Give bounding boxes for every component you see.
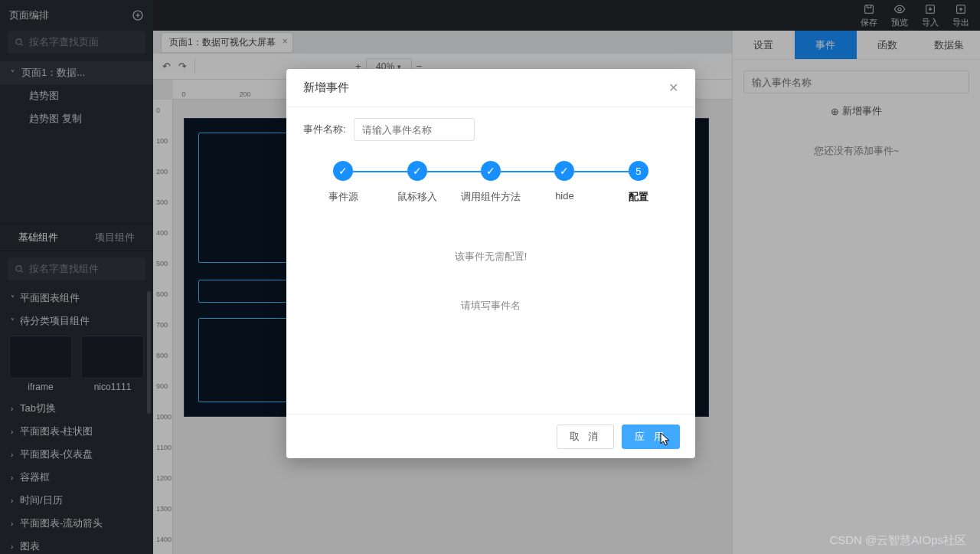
check-icon	[481, 161, 501, 181]
step[interactable]: 调用组件方法	[454, 161, 528, 204]
event-name-label: 事件名称:	[303, 123, 346, 136]
cancel-button[interactable]: 取 消	[557, 425, 615, 449]
modal-header: 新增事件 ✕	[286, 69, 695, 107]
step-number: 5	[629, 161, 648, 181]
close-icon[interactable]: ✕	[668, 80, 678, 95]
step-label: 事件源	[328, 190, 358, 204]
step-label: 配置	[629, 190, 648, 204]
step[interactable]: 5配置	[602, 161, 675, 204]
step[interactable]: 鼠标移入	[380, 161, 453, 204]
confirm-button[interactable]: 应 用	[622, 425, 680, 449]
watermark: CSDN @云智慧AIOps社区	[829, 533, 966, 548]
modal-msg-1: 该事件无需配置!	[303, 250, 678, 264]
step-label: 鼠标移入	[397, 190, 437, 204]
check-icon	[407, 161, 427, 181]
event-name-field[interactable]	[354, 118, 475, 141]
modal-footer: 取 消 应 用	[286, 414, 695, 458]
step-label: 调用组件方法	[461, 190, 521, 204]
check-icon	[554, 161, 574, 181]
new-event-modal: 新增事件 ✕ 事件名称: 事件源鼠标移入调用组件方法hide5配置 该事件无需配…	[286, 69, 695, 458]
step[interactable]: 事件源	[306, 161, 380, 204]
modal-body: 事件名称: 事件源鼠标移入调用组件方法hide5配置 该事件无需配置! 请填写事…	[286, 107, 695, 414]
modal-title: 新增事件	[303, 80, 349, 95]
step[interactable]: hide	[528, 161, 601, 202]
check-icon	[333, 161, 353, 181]
event-name-row: 事件名称:	[303, 118, 678, 141]
step-label: hide	[555, 190, 574, 202]
modal-msg-2: 请填写事件名	[303, 299, 678, 313]
step-indicator: 事件源鼠标移入调用组件方法hide5配置	[306, 161, 675, 204]
